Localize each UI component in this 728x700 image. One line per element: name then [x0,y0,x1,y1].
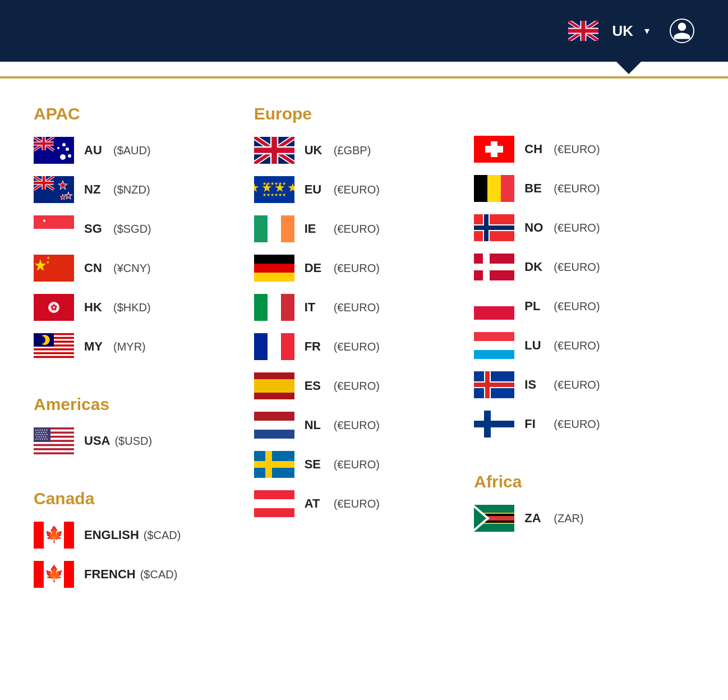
flag-hk: ✿ [34,294,74,321]
flag-se [254,451,294,478]
lu-currency: (€EURO) [554,339,600,352]
country-ch[interactable]: CH (€EURO) [474,136,694,163]
flag-sg [34,215,74,242]
nz-code: NZ [84,182,109,197]
country-uk[interactable]: UK (£GBP) [254,137,474,164]
user-avatar[interactable] [670,19,694,43]
es-currency: (€EURO) [334,380,380,393]
country-ca-fr[interactable]: 🍁 FRENCH ($CAD) [34,561,254,588]
za-currency: (ZAR) [554,512,583,525]
svg-rect-71 [254,273,294,282]
flag-ch [474,136,514,163]
is-code: IS [524,377,549,392]
pl-code: PL [524,299,549,314]
country-nl[interactable]: NL (€EURO) [254,412,474,439]
flag-my [34,333,74,360]
ie-currency: (€EURO) [334,223,380,236]
country-my[interactable]: MY (MYR) [34,333,254,360]
fr-code: FR [305,339,329,354]
flag-lu [474,332,514,359]
my-code: MY [84,339,109,354]
be-currency: (€EURO) [554,182,600,195]
svg-point-4 [66,148,69,151]
country-eu[interactable]: ★★★★★★ ★★★★★★ ★★★★★★ EU (€EURO) [254,176,474,203]
fi-currency: (€EURO) [554,418,600,431]
svg-text:★★★★★★: ★★★★★★ [262,181,286,186]
svg-rect-54 [64,522,74,549]
svg-rect-93 [487,175,501,202]
svg-rect-81 [254,421,294,430]
it-code: IT [305,300,329,315]
country-fi[interactable]: FI (€EURO) [474,411,694,438]
country-nz[interactable]: NZ ($NZD) [34,176,254,203]
flag-ie [254,215,294,242]
no-currency: (€EURO) [554,222,600,234]
svg-rect-45 [34,446,74,448]
country-usa[interactable]: ★★★★★★ ★★★★★ ★★★★★★ ★★★★★ ★★★★★★ USA ($U… [34,427,254,454]
americas-title: Americas [34,395,254,414]
country-sg[interactable]: SG ($SGD) [34,215,254,242]
svg-rect-68 [281,215,294,242]
country-pl[interactable]: PL (€EURO) [474,293,694,320]
country-hk[interactable]: ✿ HK ($HKD) [34,294,254,321]
country-is[interactable]: IS (€EURO) [474,371,694,398]
flag-nz [34,176,74,203]
ca-fr-currency: ($CAD) [140,568,178,581]
country-at[interactable]: AT (€EURO) [254,490,474,517]
flag-cn [34,255,74,282]
country-ie[interactable]: IE (€EURO) [254,215,474,242]
is-currency: (€EURO) [554,379,600,392]
flag-uk-row [254,137,294,164]
country-lu[interactable]: LU (€EURO) [474,332,694,359]
chevron-down-icon[interactable]: ▾ [644,25,649,37]
country-be[interactable]: BE (€EURO) [474,175,694,202]
flag-be [474,175,514,202]
pl-currency: (€EURO) [554,300,600,313]
svg-rect-106 [474,341,514,350]
country-dk[interactable]: DK (€EURO) [474,254,694,280]
sg-code: SG [84,222,109,236]
uk-code: UK [305,143,329,158]
svg-rect-92 [474,175,487,202]
svg-point-5 [68,154,71,158]
country-cn[interactable]: CN (¥CNY) [34,255,254,282]
flag-is [474,371,514,398]
country-fr[interactable]: FR (€EURO) [254,333,474,360]
header-country-label[interactable]: UK [612,22,633,40]
svg-rect-86 [254,490,294,499]
svg-rect-75 [254,333,268,360]
flag-it [254,294,294,321]
svg-point-3 [60,154,66,160]
user-icon [672,21,692,41]
header: UK ▾ [0,0,728,62]
svg-point-6 [62,143,66,146]
svg-rect-70 [254,264,294,273]
country-au[interactable]: AU ($AUD) [34,137,254,164]
usa-currency: ($USD) [114,435,152,448]
country-it[interactable]: IT (€EURO) [254,294,474,321]
ie-code: IE [305,222,329,236]
country-no[interactable]: NO (€EURO) [474,214,694,241]
country-se[interactable]: SE (€EURO) [254,451,474,478]
fr-currency: (€EURO) [334,340,380,353]
country-de[interactable]: DE (€EURO) [254,255,474,282]
country-es[interactable]: ES (€EURO) [254,372,474,399]
svg-rect-36 [34,356,74,358]
flag-ca-fr: 🍁 [34,561,74,588]
svg-rect-35 [34,354,74,356]
canada-title: Canada [34,489,254,508]
left-column: APAC AU ($AUD) [34,99,254,600]
eu-code: EU [305,182,329,197]
flag-au [34,137,74,164]
svg-rect-91 [485,146,503,153]
svg-rect-46 [34,450,74,453]
country-ca-en[interactable]: 🍁 ENGLISH ($CAD) [34,522,254,549]
flag-de [254,255,294,282]
at-currency: (€EURO) [334,498,380,510]
es-code: ES [305,379,329,393]
lu-code: LU [524,338,549,353]
svg-rect-57 [34,561,44,588]
be-code: BE [524,181,549,196]
country-za[interactable]: ZA (ZAR) [474,505,694,532]
flag-ca-en: 🍁 [34,522,74,549]
